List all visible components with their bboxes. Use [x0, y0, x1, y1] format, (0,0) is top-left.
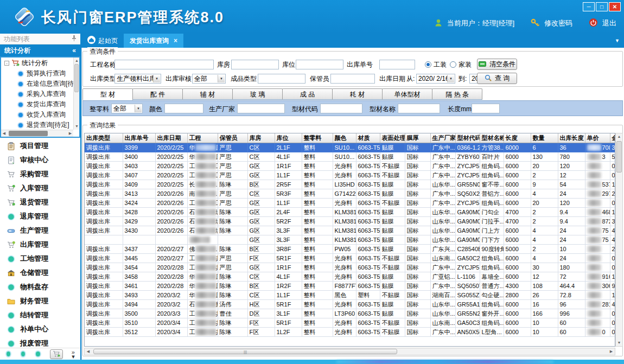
- table-row[interactable]: 调拨出库35102020/3/4工共工程陈琳F区5R1F整料光身料6063-T5…: [85, 318, 615, 328]
- sidebar-item-13[interactable]: 补单中心: [0, 322, 80, 336]
- table-row[interactable]: 调拨出库34072020/2/25工工程严思G区1L1F整料光身料6063-T5…: [85, 171, 615, 180]
- tree-item-1[interactable]: 在途信息查询[待: [1, 79, 79, 89]
- column-header-no[interactable]: 出库单号: [123, 133, 155, 143]
- minimize-button[interactable]: ─: [583, 2, 595, 11]
- column-header-code[interactable]: 型材代码: [455, 133, 480, 143]
- table-row[interactable]: 调拨出库34302020/2/26石城陈琳G区3L3F整料KLM38176063…: [85, 226, 615, 235]
- column-header-whole[interactable]: 整零料: [302, 133, 333, 143]
- column-header-date[interactable]: 出库日期: [155, 133, 187, 143]
- sidebar-item-3[interactable]: 入库管理: [0, 181, 80, 195]
- column-header-qty[interactable]: 数量: [531, 133, 558, 143]
- column-header-proj[interactable]: 工程: [187, 133, 218, 143]
- sidebar-item-0[interactable]: 项目管理: [0, 139, 80, 153]
- scroll-left-icon[interactable]: ◀: [1, 130, 7, 137]
- table-row[interactable]: 调拨出库34932020/3/2华原...陈琳C区1L1F整料黑色塑料不贴膜国标…: [85, 291, 615, 300]
- scroll-up-icon[interactable]: ▲: [616, 133, 622, 140]
- profile-name-input[interactable]: [398, 104, 440, 113]
- column-header-price[interactable]: 单价: [585, 133, 610, 143]
- table-row[interactable]: 调拨出库34372020/2/27佛...陈琳B区3R8F整料PW056063-…: [85, 245, 615, 254]
- table-row[interactable]: 调拨出库33992020/2/25华原...严思C区2L1F整料SU10...6…: [85, 143, 615, 152]
- material-tab-3[interactable]: 玻 璃: [232, 88, 283, 100]
- close-button[interactable]: ✕: [609, 2, 621, 11]
- material-tab-2[interactable]: 辅 材: [182, 88, 233, 100]
- column-header-mat[interactable]: 材质: [356, 133, 380, 143]
- project-name-input[interactable]: [114, 60, 214, 69]
- warehouse-input[interactable]: [231, 60, 279, 69]
- group-shortcut-icon[interactable]: [20, 350, 26, 357]
- sidebar-item-11[interactable]: 财务管理: [0, 294, 80, 308]
- home-radio[interactable]: [450, 61, 456, 68]
- scrollbar-thumb[interactable]: |||: [93, 349, 397, 354]
- more-buttons-chevron[interactable]: »▾: [72, 350, 75, 359]
- tree-item-5[interactable]: 退货查询[待定]: [1, 120, 79, 130]
- group-shortcut-icon[interactable]: [35, 350, 41, 357]
- location-input[interactable]: [296, 60, 343, 69]
- industrial-radio[interactable]: [425, 61, 431, 68]
- column-header-keeper[interactable]: 保管员: [218, 133, 247, 143]
- tree-expander-icon[interactable]: -: [4, 61, 9, 66]
- whole-part-select[interactable]: 全部▼: [111, 104, 143, 113]
- grid-horizontal-scrollbar[interactable]: ◀ ||| ▶: [84, 348, 615, 355]
- grid-vertical-scrollbar[interactable]: ▲ ▼: [615, 133, 623, 347]
- sidebar-item-2[interactable]: 采购管理: [0, 167, 80, 181]
- tree-item-0[interactable]: 预算执行查询: [1, 68, 79, 79]
- column-header-color[interactable]: 颜色: [333, 133, 356, 143]
- column-header-type[interactable]: 出库类型: [85, 133, 123, 143]
- collapse-icon[interactable]: «: [72, 44, 76, 56]
- search-button[interactable]: 查 询: [477, 73, 517, 84]
- manufacturer-input[interactable]: [237, 104, 285, 113]
- tab-0[interactable]: 起始页: [81, 34, 124, 48]
- table-row[interactable]: 调拨出库34582020/2/28华原...陈琳C区4L1F整料光身料6063-…: [85, 272, 615, 282]
- table-row[interactable]: 调拨出库34132020/2/26南...严思C区5R3F整料G71422606…: [85, 189, 615, 199]
- table-row[interactable]: 调拨出库34942020/3/2石辉城汤伟H区5R1F整料光身料6063-T5贴…: [85, 300, 615, 309]
- tabbar-caret-icon[interactable]: ▼: [615, 38, 620, 43]
- dropdown-arrow-icon[interactable]: ▼: [218, 75, 225, 82]
- sidebar-item-9[interactable]: 仓储管理: [0, 266, 80, 280]
- sidebar-item-10[interactable]: 物料盘存: [0, 280, 80, 294]
- table-row[interactable]: 调拨出库34032020/2/25工工程严思G区1R1F整料光身料6063-T5…: [85, 162, 615, 171]
- scroll-down-icon[interactable]: ▼: [616, 340, 622, 346]
- tree-vertical-scrollbar[interactable]: ▲ ▼: [73, 58, 79, 130]
- outbound-type-select[interactable]: 生产领料出库▼: [114, 74, 161, 84]
- table-row[interactable]: 调拨出库34612020/2/28华原...陈琳B区1R2F整料F8877FT6…: [85, 282, 615, 291]
- tree-item-3[interactable]: 发货出库查询: [1, 99, 79, 110]
- clear-conditions-button[interactable]: 清空条件: [477, 59, 517, 70]
- column-header-surf[interactable]: 表面处理: [380, 133, 405, 143]
- scrollbar-thumb[interactable]: [74, 64, 79, 92]
- column-header-amount[interactable]: 金: [610, 133, 615, 143]
- table-row[interactable]: 调拨出库34282020/2/26石城陈琳G区2L4F整料KLM38176063…: [85, 208, 615, 217]
- tree-item-2[interactable]: 采购入库查询: [1, 89, 79, 99]
- column-header-wh[interactable]: 库房: [247, 133, 275, 143]
- dropdown-arrow-icon[interactable]: ▼: [135, 105, 142, 112]
- audit-select[interactable]: 全部▼: [192, 74, 226, 84]
- profile-code-input[interactable]: [320, 104, 362, 113]
- table-row[interactable]: 调拨出库34452020/2/27工共工程严思F区5R1F整料光身料6063-T…: [85, 254, 615, 263]
- column-header-film[interactable]: 膜厚: [405, 133, 430, 143]
- tree-item-4[interactable]: 收货入库查询: [1, 110, 79, 120]
- scroll-right-icon[interactable]: ▶: [67, 130, 73, 137]
- color-input[interactable]: [164, 104, 203, 113]
- dropdown-arrow-icon[interactable]: ▼: [153, 75, 160, 82]
- material-tab-5[interactable]: 耗 材: [332, 88, 383, 100]
- column-header-loc[interactable]: 库位: [275, 133, 302, 143]
- column-header-len[interactable]: 长度: [504, 133, 531, 143]
- scrollbar-thumb[interactable]: [616, 141, 622, 173]
- tab-1[interactable]: 发货出库查询×: [124, 34, 183, 48]
- keeper-input[interactable]: [330, 74, 375, 84]
- table-row[interactable]: G区3L3F整料KLM38176063-T5贴膜国标山东华...GA90M09.…: [85, 235, 615, 245]
- sidebar-item-12[interactable]: 结转管理: [0, 308, 80, 322]
- tree-horizontal-scrollbar[interactable]: ◀ ▶: [1, 130, 73, 137]
- maximize-button[interactable]: □: [596, 2, 608, 11]
- logout-link[interactable]: 退出: [602, 18, 616, 28]
- table-row[interactable]: 调拨出库34242020/2/26工工程严思G区1L1F整料光身料6063-T5…: [85, 199, 615, 208]
- sidebar-item-7[interactable]: 出库管理: [0, 238, 80, 252]
- order-no-input[interactable]: [379, 60, 415, 69]
- material-tab-1[interactable]: 配 件: [132, 88, 183, 100]
- date-from-select[interactable]: 2020/ 2/16▼: [416, 74, 455, 84]
- material-tab-6[interactable]: 单体型材: [382, 88, 432, 100]
- column-header-outlen[interactable]: 出库长度: [558, 133, 585, 143]
- sidebar-cart-button[interactable]: [50, 349, 63, 359]
- table-row[interactable]: 调拨出库35122020/3/4工共工程陈琳F区1L2F整料光身料6063-T5…: [85, 328, 615, 337]
- sidebar-item-6[interactable]: 生产管理: [0, 223, 80, 238]
- material-tab-7[interactable]: 隔 热 条: [432, 88, 482, 100]
